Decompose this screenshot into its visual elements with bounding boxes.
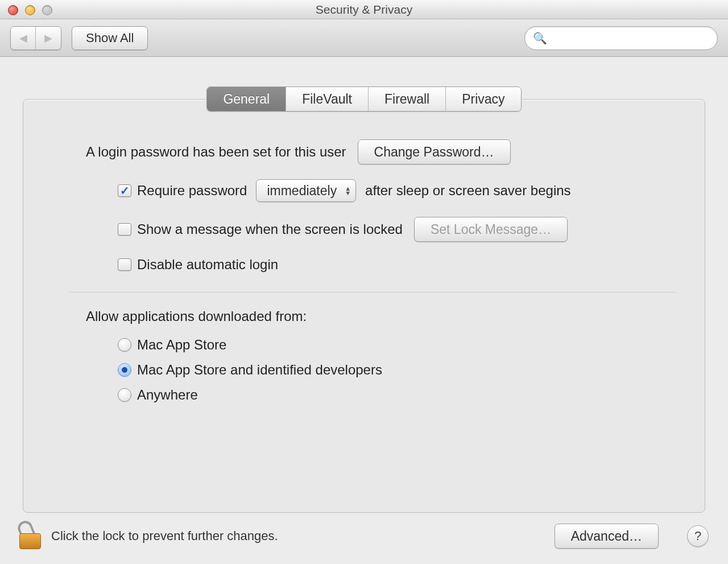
disable-auto-login-checkbox[interactable]: ✓ <box>118 258 131 271</box>
gatekeeper-option-label: Mac App Store and identified developers <box>137 362 382 378</box>
chevron-right-icon: ▶ <box>44 32 52 44</box>
gatekeeper-radio-identified-developers[interactable] <box>118 363 131 377</box>
lock-hint-text: Click the lock to prevent further change… <box>51 529 278 544</box>
checkmark-icon: ✓ <box>120 185 130 196</box>
show-all-button[interactable]: Show All <box>72 26 148 50</box>
minimize-window-button[interactable] <box>25 5 35 15</box>
tab-filevault[interactable]: FileVault <box>286 87 369 111</box>
footer: Click the lock to prevent further change… <box>0 513 728 564</box>
lock-body-icon <box>19 533 41 549</box>
nav-segment: ◀ ▶ <box>10 26 61 50</box>
require-password-delay-popup[interactable]: immediately ▲▼ <box>256 179 356 202</box>
disable-auto-login-label: Disable automatic login <box>137 257 278 273</box>
popup-arrows-icon: ▲▼ <box>345 186 351 195</box>
help-button[interactable]: ? <box>687 525 709 547</box>
set-lock-message-button[interactable]: Set Lock Message… <box>414 217 568 242</box>
search-input[interactable] <box>553 31 709 44</box>
gatekeeper-radio-mac-app-store[interactable] <box>118 338 131 352</box>
titlebar: Security & Privacy <box>0 0 728 19</box>
window-title: Security & Privacy <box>316 3 412 17</box>
gatekeeper-title: Allow applications downloaded from: <box>86 308 659 324</box>
zoom-window-button[interactable] <box>42 5 52 15</box>
search-icon: 🔍 <box>533 31 547 45</box>
radio-dot-icon <box>122 367 127 373</box>
close-window-button[interactable] <box>8 5 18 15</box>
lock-button[interactable] <box>19 523 41 549</box>
divider <box>69 292 676 293</box>
show-lock-message-label: Show a message when the screen is locked <box>137 221 403 237</box>
require-password-checkbox[interactable]: ✓ <box>118 184 131 197</box>
advanced-button[interactable]: Advanced… <box>555 524 659 549</box>
change-password-button[interactable]: Change Password… <box>358 139 511 164</box>
tab-privacy[interactable]: Privacy <box>446 87 520 111</box>
general-panel: A login password has been set for this u… <box>23 99 705 513</box>
search-field[interactable]: 🔍 <box>524 26 718 50</box>
popup-value: immediately <box>267 183 337 199</box>
nav-back-button[interactable]: ◀ <box>11 27 36 50</box>
nav-forward-button[interactable]: ▶ <box>36 27 61 50</box>
require-password-suffix: after sleep or screen saver begins <box>365 183 571 199</box>
login-password-text: A login password has been set for this u… <box>86 144 346 160</box>
tab-bar: General FileVault Firewall Privacy <box>206 87 521 112</box>
require-password-label: Require password <box>137 183 247 199</box>
preferences-window: Security & Privacy ◀ ▶ Show All 🔍 Genera… <box>0 0 728 564</box>
show-lock-message-checkbox[interactable]: ✓ <box>118 223 131 236</box>
tab-firewall[interactable]: Firewall <box>369 87 446 111</box>
tab-general[interactable]: General <box>207 87 286 111</box>
gatekeeper-radio-anywhere[interactable] <box>118 388 131 402</box>
content: General FileVault Firewall Privacy A log… <box>0 57 728 513</box>
chevron-left-icon: ◀ <box>19 32 27 44</box>
toolbar: ◀ ▶ Show All 🔍 <box>0 19 728 57</box>
gatekeeper-option-label: Mac App Store <box>137 337 226 353</box>
gatekeeper-option-label: Anywhere <box>137 387 198 403</box>
window-controls <box>8 5 52 15</box>
